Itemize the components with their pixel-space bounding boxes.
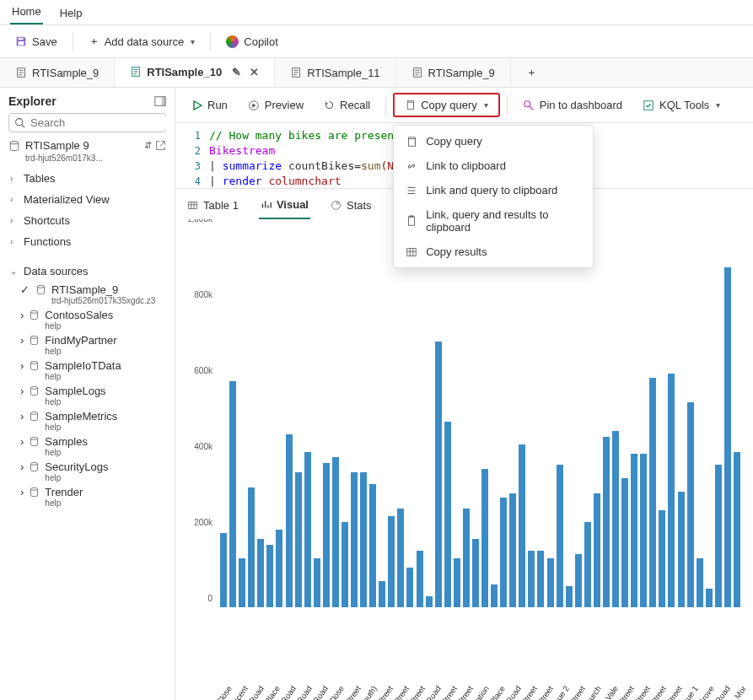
new-tab-button[interactable]: ＋ <box>511 58 552 87</box>
data-source-item[interactable]: ›Sampleshelp <box>8 433 166 459</box>
copy-query-dropdown-button[interactable]: Copy query ▾ <box>396 94 496 116</box>
chart-bar[interactable] <box>463 509 470 607</box>
chart-bar[interactable] <box>229 381 236 607</box>
tab-stats[interactable]: Stats <box>329 196 374 218</box>
chart-bar[interactable] <box>342 522 348 607</box>
chart-bar[interactable] <box>304 452 311 608</box>
chart-bar[interactable] <box>678 492 685 607</box>
chart-bar[interactable] <box>631 454 637 607</box>
chart-bar[interactable] <box>248 487 255 607</box>
chart-bar[interactable] <box>509 493 516 607</box>
add-data-source-button[interactable]: ＋ Add data source ▾ <box>82 30 202 52</box>
data-source-item[interactable]: ›FindMyPartnerhelp <box>8 332 166 358</box>
dd-link-clipboard[interactable]: Link to clipboard <box>394 153 593 178</box>
chart-bar[interactable] <box>454 558 460 608</box>
chart-bar[interactable] <box>715 465 722 607</box>
tree-folder[interactable]: ›Functions <box>8 231 166 252</box>
chart-bar[interactable] <box>257 539 264 607</box>
chart-bar[interactable] <box>528 551 535 608</box>
search-input-wrap[interactable] <box>8 113 166 132</box>
dd-link-query-clipboard[interactable]: Link and query to clipboard <box>394 178 593 202</box>
data-source-item[interactable]: ›SampleIoTDatahelp <box>8 358 166 383</box>
chart-bar[interactable] <box>314 558 320 608</box>
data-source-item[interactable]: ›SecurityLogshelp <box>8 459 166 484</box>
chart-bar[interactable] <box>444 422 451 608</box>
chart-bar[interactable] <box>706 589 713 608</box>
chart-bar[interactable] <box>566 586 573 607</box>
file-tab[interactable]: RTISample_11 <box>275 58 395 87</box>
chart-bar[interactable] <box>295 472 302 607</box>
tree-folder[interactable]: ›Shortcuts <box>8 210 166 231</box>
edit-icon[interactable]: ✎ <box>232 66 241 78</box>
data-source-item[interactable]: ›Trenderhelp <box>8 484 166 509</box>
chart-bar[interactable] <box>640 454 647 607</box>
chart-bar[interactable] <box>369 484 376 607</box>
copilot-button[interactable]: Copilot <box>219 32 284 51</box>
chart-bar[interactable] <box>584 522 591 607</box>
run-button[interactable]: Run <box>184 94 236 116</box>
save-button[interactable]: Save <box>8 32 64 51</box>
chart-bar[interactable] <box>220 533 227 607</box>
chart-bar[interactable] <box>659 510 665 607</box>
chart-bar[interactable] <box>724 267 731 607</box>
chart-bar[interactable] <box>697 558 703 608</box>
dd-link-query-results[interactable]: Link, query and results to clipboard <box>394 202 593 240</box>
chart-bar[interactable] <box>519 444 525 608</box>
expand-icon[interactable]: ⇵ <box>144 140 152 151</box>
data-source-item[interactable]: ›SampleMetricshelp <box>8 408 166 433</box>
chart-bar[interactable] <box>649 378 656 607</box>
chart-bar[interactable] <box>575 554 582 607</box>
chart-bar[interactable] <box>537 551 544 608</box>
chart-bar[interactable] <box>266 545 273 607</box>
chart-bar[interactable] <box>612 431 619 607</box>
chart-bar[interactable] <box>547 558 554 608</box>
pin-dashboard-button[interactable]: Pin to dashboard <box>514 94 631 116</box>
chart-bar[interactable] <box>472 539 479 607</box>
data-sources-header[interactable]: ⌄ Data sources <box>8 261 166 282</box>
chart-bar[interactable] <box>500 498 507 608</box>
tree-folder[interactable]: ›Tables <box>8 168 166 189</box>
dd-copy-results[interactable]: Copy results <box>394 240 593 264</box>
close-icon[interactable]: ✕ <box>250 66 259 78</box>
chart-bar[interactable] <box>239 558 245 608</box>
chart-bar[interactable] <box>435 342 442 607</box>
data-source-item[interactable]: ›SampleLogshelp <box>8 383 166 408</box>
file-tab[interactable]: RTISample_10✎✕ <box>115 58 275 87</box>
chart-bar[interactable] <box>388 516 395 607</box>
menu-home[interactable]: Home <box>10 2 43 24</box>
kql-tools-button[interactable]: KQL Tools ▾ <box>634 94 729 116</box>
chart-bar[interactable] <box>397 509 404 607</box>
chart-bar[interactable] <box>426 596 433 608</box>
chart-bar[interactable] <box>594 493 600 607</box>
chart-bar[interactable] <box>734 452 740 608</box>
file-tab[interactable]: RTISample_9 <box>0 58 115 87</box>
tab-visual[interactable]: Visual <box>259 195 310 219</box>
data-source-item[interactable]: ✓RTISample_9trd-hjut526m017k35xgdc.z3 <box>8 282 166 307</box>
tab-table[interactable]: Table 1 <box>186 196 240 218</box>
chart-bar[interactable] <box>668 374 675 607</box>
search-input[interactable] <box>30 116 172 129</box>
chart-bar[interactable] <box>557 465 563 607</box>
chart-bar[interactable] <box>323 463 330 607</box>
panel-collapse-icon[interactable] <box>154 95 166 107</box>
dd-copy-query[interactable]: Copy query <box>394 129 593 153</box>
chart-bar[interactable] <box>286 434 293 607</box>
menu-help[interactable]: Help <box>58 3 84 24</box>
chart-bar[interactable] <box>491 584 498 607</box>
chart-bar[interactable] <box>406 568 413 607</box>
chart-bar[interactable] <box>481 469 488 607</box>
recall-button[interactable]: Recall <box>315 94 379 116</box>
chart-bar[interactable] <box>603 437 610 608</box>
tree-folder[interactable]: ›Materialized View <box>8 189 166 210</box>
open-external-icon[interactable] <box>155 140 166 151</box>
chart-bar[interactable] <box>332 457 339 607</box>
chart-bar[interactable] <box>417 551 423 608</box>
chart-bar[interactable] <box>687 402 694 607</box>
data-source-item[interactable]: ›ContosoSaleshelp <box>8 307 166 332</box>
chart-bar[interactable] <box>351 472 358 607</box>
chart-bar[interactable] <box>276 530 282 607</box>
database-header[interactable]: RTISample 9 <box>8 137 144 153</box>
file-tab[interactable]: RTISample_9 <box>396 58 511 87</box>
chart-bar[interactable] <box>379 581 385 608</box>
chart-bar[interactable] <box>360 472 367 607</box>
